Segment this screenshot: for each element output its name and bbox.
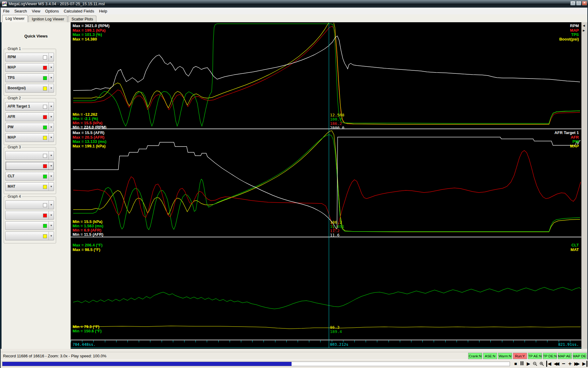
log-position-bar[interactable] <box>2 362 510 366</box>
chevron-down-icon[interactable]: ▼ <box>48 172 54 180</box>
channel-selector-empty[interactable]: ▼ <box>5 232 54 240</box>
graph-panel-1[interactable]: Max = 3621.0 (RPM)Max = 199.1 (kPa)Max =… <box>71 23 581 129</box>
time-cursor-line[interactable] <box>329 23 329 348</box>
scroll-right-icon[interactable]: ▶ <box>583 29 585 32</box>
menu-help[interactable]: Help <box>97 8 110 14</box>
timeline-start-label: 784.448ss. <box>73 342 95 347</box>
legend-entry: PW <box>572 140 579 144</box>
chevron-down-icon[interactable]: ▼ <box>48 232 54 240</box>
chevron-down-icon[interactable]: ▼ <box>48 201 54 209</box>
channel-selector-mat[interactable]: MAT▼ <box>5 182 54 191</box>
legend-entry: MAP <box>570 144 579 148</box>
chevron-down-icon[interactable]: ▼ <box>48 53 54 61</box>
graph-area[interactable]: 784.448ss. 803.212s 821.91ss. Max = 3621… <box>71 22 581 349</box>
tab-ignition-log-viewer[interactable]: Ignition Log Viewer <box>28 16 67 22</box>
min-label: Min = 224.0 (RPM) <box>73 125 106 129</box>
rewind-button[interactable]: ◀◀ <box>554 361 559 367</box>
tab-scatter-plots[interactable]: Scatter Plots <box>68 16 96 22</box>
series-afr-target-1 <box>73 137 581 228</box>
badge-tp-ae-n: TP AE:N <box>528 353 542 359</box>
graph-scrollbar[interactable]: ◀ ▶ <box>581 22 587 349</box>
graph-2-plot[interactable] <box>71 129 581 237</box>
timeline-tick <box>286 340 287 342</box>
chevron-down-icon[interactable]: ▼ <box>48 84 54 92</box>
channel-selector-clt[interactable]: CLT▼ <box>5 172 54 181</box>
channel-selector-empty[interactable]: ▼ <box>5 221 54 230</box>
chevron-down-icon[interactable]: ▼ <box>48 162 54 170</box>
min-label: Min = 15.5 (kPa) <box>73 121 102 125</box>
timeline-tick <box>275 340 275 342</box>
chevron-down-icon[interactable]: ▼ <box>48 63 54 72</box>
minimize-button[interactable]: – <box>570 1 575 5</box>
menu-file[interactable]: File <box>1 8 12 14</box>
min-label: Min = 150.6 (°F) <box>73 329 102 333</box>
menu-calculated-fields[interactable]: Calculated Fields <box>61 8 97 14</box>
zoom-in-button[interactable] <box>540 361 544 367</box>
badge-crank-n: Crank:N <box>468 353 482 359</box>
channel-selector-map[interactable]: MAP▼ <box>5 63 54 72</box>
channel-selector-empty[interactable]: ▼ <box>5 151 54 160</box>
skip-start-button[interactable]: ◀ <box>546 361 552 367</box>
channel-selector-empty[interactable]: ▼ <box>5 200 54 209</box>
pause-button[interactable] <box>520 361 524 367</box>
timeline-tick <box>400 340 400 342</box>
channel-selector-map[interactable]: MAP▼ <box>5 133 54 142</box>
menu-view[interactable]: View <box>29 8 43 14</box>
chevron-down-icon[interactable]: ▼ <box>48 113 54 121</box>
channel-color-chip <box>43 55 47 59</box>
channel-selector-empty[interactable]: ▼ <box>5 161 54 170</box>
max-label: Max = 98.5 (°F) <box>73 248 100 252</box>
timeline[interactable]: 784.448ss. 803.212s 821.91ss. <box>71 340 581 348</box>
channel-selector-afr-target-1[interactable]: AFR Target 1▼ <box>5 102 54 111</box>
channel-color-chip <box>43 234 47 238</box>
skip-end-button[interactable]: ▶ <box>582 361 587 367</box>
timeline-tick <box>377 340 377 342</box>
menu-search[interactable]: Search <box>12 8 29 14</box>
channel-selector-tps[interactable]: TPS▼ <box>5 73 54 82</box>
chevron-down-icon[interactable]: ▼ <box>48 74 54 82</box>
close-button[interactable]: ✕ <box>582 1 587 5</box>
graph-panel-2[interactable]: Max = 15.5 (AFR)Max = 20.5 (AFR)Max = 13… <box>71 129 581 237</box>
menu-options[interactable]: Options <box>43 8 61 14</box>
zoom-plus-button[interactable]: + <box>568 361 572 367</box>
channel-selector-rpm[interactable]: RPM▼ <box>5 53 54 62</box>
graph-1-plot[interactable] <box>71 23 581 129</box>
timeline-tick <box>195 340 196 342</box>
zoom-out-button[interactable] <box>533 361 537 367</box>
timeline-tick <box>457 340 457 342</box>
channel-color-chip <box>43 214 47 218</box>
maximize-button[interactable]: □ <box>576 1 581 5</box>
chevron-down-icon[interactable]: ▼ <box>48 182 54 191</box>
badge-tp-de-n: TP DE:N <box>543 353 557 359</box>
chevron-down-icon[interactable]: ▼ <box>48 211 54 219</box>
channel-selector-boost-psi[interactable]: Boost(psi)▼ <box>5 84 54 93</box>
title-bar: MegaLogViewer MS 3.4.04 - 2015-07-25_15.… <box>0 0 588 8</box>
timeline-tick <box>139 340 139 342</box>
graph-3-plot[interactable] <box>71 238 581 340</box>
chevron-down-icon[interactable]: ▼ <box>48 221 54 230</box>
channel-selector-afr[interactable]: AFR▼ <box>5 112 54 121</box>
graph-separator <box>71 340 581 340</box>
quick-views-title: Quick Views <box>2 34 70 38</box>
channel-color-chip <box>43 203 47 207</box>
fast-forward-button[interactable]: ▶▶ <box>574 361 580 367</box>
graph-panel-3[interactable]: Max = 206.4 (°F)Max = 98.5 (°F)Min = 79.… <box>71 238 581 340</box>
chevron-down-icon[interactable]: ▼ <box>48 133 54 142</box>
tab-log-viewer[interactable]: Log Viewer <box>2 15 28 22</box>
timeline-tick <box>150 340 150 342</box>
stop-button[interactable]: ■ <box>514 361 518 367</box>
chevron-down-icon[interactable]: ▼ <box>48 123 54 131</box>
cursor-value: 86.3 <box>330 325 339 330</box>
scroll-left-icon[interactable]: ◀ <box>583 24 585 27</box>
channel-selector-empty[interactable]: ▼ <box>5 211 54 220</box>
chevron-down-icon[interactable]: ▼ <box>48 151 54 160</box>
max-label: Max = 199.1 (kPa) <box>73 144 106 148</box>
channel-color-chip <box>43 115 47 119</box>
chevron-down-icon[interactable]: ▼ <box>48 102 54 111</box>
zoom-minus-button[interactable]: − <box>561 361 566 367</box>
max-label: Max = 199.1 (kPa) <box>73 28 106 33</box>
channel-label: Boost(psi) <box>8 86 26 90</box>
max-label: Max = 15.5 (AFR) <box>73 131 104 135</box>
channel-selector-pw[interactable]: PW▼ <box>5 123 54 132</box>
play-button[interactable]: ▶ <box>526 361 531 367</box>
